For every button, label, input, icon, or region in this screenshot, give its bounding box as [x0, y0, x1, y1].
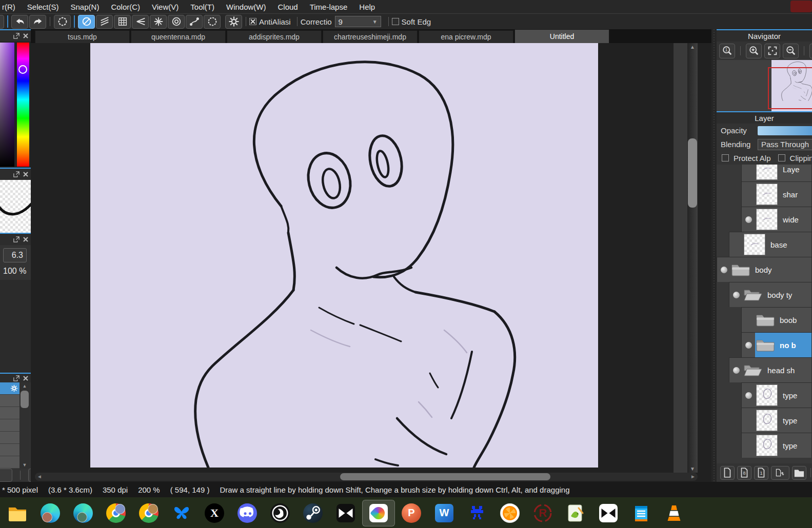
layer-visible-icon[interactable]	[733, 292, 740, 298]
scroll-up-icon[interactable]: ▲	[687, 44, 698, 50]
taskbar-icon-capcut[interactable]	[329, 500, 362, 526]
snap-curve-button[interactable]	[186, 15, 203, 29]
layer-row-body[interactable]: type	[755, 383, 811, 408]
brush-scroll-thumb[interactable]	[21, 391, 29, 408]
zoom-in-button[interactable]	[746, 44, 762, 58]
tab-addisprites-mdp[interactable]: addisprites.mdp	[227, 30, 322, 43]
add-1bit-layer-button[interactable]: 1	[754, 466, 768, 480]
add-layer-menu-button[interactable]	[771, 466, 789, 480]
canvas-viewport[interactable]: ▲ ▼ ◄ ►	[31, 43, 711, 482]
toolbar-drag-handle[interactable]	[7, 15, 8, 28]
blending-dropdown[interactable]: Pass Through	[758, 139, 812, 150]
zoom-out-button[interactable]	[783, 44, 799, 58]
layer-visible-icon[interactable]	[745, 216, 752, 223]
opacity-slider[interactable]	[758, 126, 812, 135]
clipping-checkbox[interactable]	[778, 154, 785, 161]
popout-icon[interactable]	[13, 236, 19, 242]
taskbar-icon-edge-profile-2[interactable]	[67, 500, 100, 526]
menu-item-r-r[interactable]: r(R)	[2, 3, 15, 11]
menu-item-tool-t[interactable]: Tool(T)	[190, 3, 214, 11]
protect-alpha-checkbox[interactable]	[722, 154, 729, 161]
scroll-down-icon[interactable]: ▼	[19, 462, 30, 468]
snap-radial-button[interactable]	[150, 15, 167, 29]
taskbar-icon-powerpoint[interactable]: P	[395, 500, 428, 526]
menu-item-view-v[interactable]: View(V)	[152, 3, 179, 11]
layer-row-body[interactable]: body	[730, 257, 811, 282]
menu-item-color-c[interactable]: Color(C)	[111, 3, 140, 11]
layer-row-body[interactable]: no b	[755, 333, 811, 357]
layer-row-shar[interactable]: shar	[741, 181, 812, 207]
layer-row-base[interactable]: base	[729, 232, 812, 257]
menu-item-select-s[interactable]: Select(S)	[27, 3, 59, 11]
taskbar-icon-x-twitter[interactable]: X	[198, 500, 231, 526]
taskbar-icon-orange-app[interactable]	[493, 500, 526, 526]
hue-selector[interactable]	[18, 65, 27, 74]
undo-button[interactable]	[11, 15, 28, 29]
popout-icon[interactable]	[13, 33, 19, 39]
close-icon[interactable]	[23, 171, 29, 177]
taskbar-icon-chrome-profile-1[interactable]	[100, 500, 132, 526]
scroll-left-icon[interactable]: ◄	[37, 473, 42, 480]
saturation-value-square[interactable]	[0, 43, 14, 167]
layer-row-body[interactable]: wide	[755, 207, 811, 232]
layer-thumbnail[interactable]	[756, 209, 778, 230]
reset-view-button[interactable]	[54, 15, 71, 29]
menu-item-snap-n[interactable]: Snap(N)	[71, 3, 100, 11]
tab-chartreuseshimeji-mdp[interactable]: chartreuseshimeji.mdp	[323, 30, 418, 43]
snap-off-button[interactable]	[78, 15, 95, 29]
scroll-down-icon[interactable]: ▼	[687, 466, 698, 472]
snap-parallel-button[interactable]	[96, 15, 113, 29]
taskbar-icon-capcut-2[interactable]	[592, 500, 625, 526]
layer-row-body[interactable]: shar	[755, 182, 811, 207]
menu-item-time-lapse[interactable]: Time-lapse	[310, 3, 348, 11]
brush-row-selected[interactable]	[0, 382, 19, 395]
layer-visible-icon[interactable]	[745, 342, 752, 349]
dock-splitter[interactable]	[711, 29, 717, 482]
layer-row-no-b[interactable]: no b	[741, 332, 812, 357]
popout-icon[interactable]	[13, 375, 19, 381]
menu-item-cloud[interactable]: Cloud	[278, 3, 298, 11]
visibility-slot[interactable]	[742, 216, 755, 223]
snap-settings-button[interactable]	[225, 15, 242, 29]
add-folder-button[interactable]	[792, 466, 806, 480]
color-picker-area[interactable]	[0, 42, 31, 168]
brush-row[interactable]	[0, 407, 19, 419]
layer-row-body[interactable]: body ty	[743, 282, 811, 307]
fit-to-screen-button[interactable]	[764, 44, 780, 58]
layer-thumbnail[interactable]	[756, 384, 778, 406]
taskbar-icon-chrome-profile-2[interactable]	[132, 500, 165, 526]
canvas[interactable]	[90, 43, 598, 468]
redo-button[interactable]	[29, 15, 46, 29]
tab-tsus-mdp[interactable]: tsus.mdp	[35, 30, 130, 43]
close-icon[interactable]	[23, 33, 29, 39]
zoom-100-button[interactable]: 1	[719, 44, 735, 58]
close-icon[interactable]	[23, 375, 29, 381]
tab-ena-picrew-mdp[interactable]: ena picrew.mdp	[419, 30, 513, 43]
visibility-slot[interactable]	[717, 267, 730, 273]
taskbar-icon-vlc[interactable]	[658, 500, 690, 526]
snap-grid-button[interactable]	[114, 15, 131, 29]
layer-thumbnail[interactable]	[756, 184, 778, 205]
layer-row-body[interactable]: base	[743, 232, 811, 257]
layer-row-body[interactable]: Laye	[755, 165, 811, 181]
canvas-horizontal-scrollbar[interactable]: ◄ ►	[35, 473, 698, 481]
horizontal-scroll-thumb[interactable]	[340, 473, 550, 480]
brush-row[interactable]	[0, 444, 19, 456]
layer-row-head-sh[interactable]: head sh	[729, 357, 812, 382]
canvas-vertical-scrollbar[interactable]: ▲ ▼	[687, 43, 698, 473]
taskbar-icon-steam[interactable]	[296, 500, 329, 526]
layer-thumbnail[interactable]	[744, 234, 765, 255]
taskbar-icon-medibang-paint[interactable]	[362, 500, 395, 526]
taskbar-icon-file-explorer[interactable]	[1, 500, 34, 526]
layer-thumbnail[interactable]	[756, 410, 778, 431]
menu-item-help[interactable]: Help	[359, 3, 375, 11]
taskbar-icon-bluesky[interactable]	[165, 500, 198, 526]
navigator-preview[interactable]	[717, 60, 812, 111]
layer-thumbnail[interactable]	[756, 435, 778, 456]
taskbar-icon-notepad[interactable]	[625, 500, 658, 526]
brush-row[interactable]	[0, 432, 19, 444]
brush-row[interactable]	[0, 456, 19, 469]
visibility-slot[interactable]	[729, 367, 743, 374]
partial-tool-button[interactable]	[0, 15, 4, 29]
layer-row-type[interactable]: type	[741, 408, 812, 433]
